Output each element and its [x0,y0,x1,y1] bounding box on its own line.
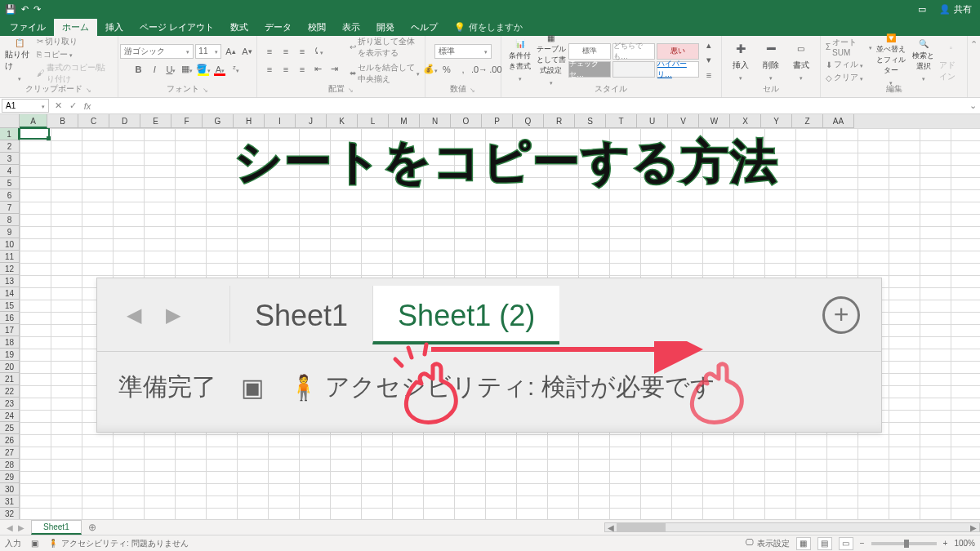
number-format-select[interactable]: 標準 [434,44,492,59]
find-select-button[interactable]: 🔍検索と選択 [910,38,937,82]
sheet-nav-next-icon[interactable]: ▶ [18,523,24,532]
row-header[interactable]: 31 [0,495,20,508]
zoom-slider[interactable] [871,542,937,545]
column-header[interactable]: W [699,114,730,128]
column-header[interactable]: N [420,114,451,128]
display-settings-button[interactable]: 🖵表示設定 [746,538,790,549]
decrease-indent-icon[interactable]: ⇤ [311,62,326,77]
align-top-icon[interactable]: ≡ [262,44,277,59]
style-neutral[interactable]: どちらでも… [612,43,655,60]
autosum-button[interactable]: Σオート SUM [826,37,872,57]
row-header[interactable]: 9 [0,226,20,238]
tab-page-layout[interactable]: ページ レイアウト [131,19,222,36]
insert-cells-button[interactable]: ➕挿入 [727,38,755,82]
column-header[interactable]: P [482,114,513,128]
increase-font-icon[interactable]: A▴ [223,44,238,59]
row-header[interactable]: 3 [0,153,20,165]
align-left-icon[interactable]: ≡ [262,62,277,77]
cut-button[interactable]: ✂切り取り [37,36,113,47]
conditional-format-button[interactable]: 📊条件付き書式 [506,38,534,82]
column-header[interactable]: X [730,114,761,128]
style-more-icon[interactable]: ≡ [702,68,716,82]
row-header[interactable]: 30 [0,483,20,495]
style-scroll-down-icon[interactable]: ▾ [702,53,716,68]
zoom-in-icon[interactable]: + [943,539,948,548]
sort-filter-button[interactable]: 🔽並べ替えとフィルター [875,38,907,82]
column-header[interactable]: C [78,114,109,128]
scrollbar-thumb[interactable] [617,523,666,531]
decrease-font-icon[interactable]: A▾ [239,44,254,59]
tab-view[interactable]: 表示 [334,19,368,36]
phonetic-button[interactable]: ᶻ [229,62,243,77]
fill-color-button[interactable]: 🪣 [196,62,211,77]
column-header[interactable]: K [327,114,358,128]
comma-icon[interactable]: , [456,62,470,77]
status-accessibility[interactable]: 🧍 アクセシビリティ: 問題ありません [48,538,189,549]
format-painter-button[interactable]: 🖌書式のコピー/貼り付け [37,62,113,85]
row-header[interactable]: 15 [0,300,20,312]
font-color-button[interactable]: A [212,62,227,77]
column-header[interactable]: U [637,114,668,128]
ribbon-options-icon[interactable]: ▭ [918,4,926,15]
row-header[interactable]: 26 [0,434,20,447]
zoom-level[interactable]: 100% [954,539,975,548]
column-header[interactable]: J [296,114,327,128]
tab-insert[interactable]: 挿入 [97,19,131,36]
expand-formula-bar-icon[interactable]: ⌄ [965,100,980,111]
column-header[interactable]: L [358,114,389,128]
clear-button[interactable]: ◇クリア [826,72,872,83]
row-header[interactable]: 25 [0,422,20,434]
column-headers[interactable]: ABCDEFGHIJKLMNOPQRSTUVWXYZAA [0,114,980,128]
row-header[interactable]: 23 [0,398,20,410]
row-header[interactable]: 11 [0,251,20,263]
row-header[interactable]: 19 [0,349,20,361]
row-headers[interactable]: 1234567891011121314151617181920212223242… [0,114,20,519]
style-normal[interactable]: 標準 [568,43,611,60]
row-header[interactable]: 29 [0,471,20,483]
row-header[interactable]: 8 [0,214,20,226]
row-header[interactable]: 16 [0,312,20,324]
tab-data[interactable]: データ [256,19,300,36]
dialog-launcher-icon[interactable] [470,85,475,94]
save-icon[interactable]: 💾 [5,4,16,15]
active-cell[interactable] [19,127,50,140]
row-header[interactable]: 6 [0,189,20,202]
column-header[interactable]: E [140,114,172,128]
tab-help[interactable]: ヘルプ [403,19,446,36]
formula-input[interactable] [95,101,965,110]
cancel-formula-icon[interactable]: ✕ [51,100,65,111]
addin-button[interactable]: ▫アドイン [939,38,962,82]
zoom-out-icon[interactable]: − [860,539,865,548]
column-header[interactable]: S [575,114,606,128]
style-blank[interactable] [612,61,655,78]
column-header[interactable]: AA [823,114,854,128]
row-header[interactable]: 18 [0,336,20,349]
format-cells-button[interactable]: ▭書式 [787,38,815,82]
row-header[interactable]: 14 [0,287,20,300]
tab-review[interactable]: 校閲 [300,19,334,36]
horizontal-scrollbar[interactable]: ◀▶ [604,522,980,532]
row-header[interactable]: 21 [0,373,20,385]
tab-file[interactable]: ファイル [2,19,54,36]
column-header[interactable]: H [234,114,265,128]
column-header[interactable]: G [203,114,234,128]
row-header[interactable]: 22 [0,385,20,398]
bold-button[interactable]: B [131,62,145,77]
dialog-launcher-icon[interactable] [86,85,91,94]
merge-center-button[interactable]: ⬌セルを結合して中央揃え [350,62,420,85]
column-header[interactable]: Y [761,114,792,128]
macro-icon[interactable]: ▣ [31,539,38,548]
style-bad[interactable]: 悪い [657,43,699,60]
font-size-select[interactable]: 11 [195,44,221,59]
row-header[interactable]: 2 [0,140,20,153]
page-break-view-icon[interactable]: ▭ [839,537,853,550]
tab-home[interactable]: ホーム [54,19,97,36]
row-header[interactable]: 20 [0,361,20,373]
undo-icon[interactable]: ↶ [21,4,29,15]
row-header[interactable]: 10 [0,238,20,251]
name-box[interactable]: A1 [2,99,49,113]
sheet-nav-prev-icon[interactable]: ◀ [7,523,13,532]
column-header[interactable]: Q [513,114,544,128]
worksheet-area[interactable]: ABCDEFGHIJKLMNOPQRSTUVWXYZAA 12345678910… [0,114,980,519]
column-header[interactable]: R [544,114,575,128]
